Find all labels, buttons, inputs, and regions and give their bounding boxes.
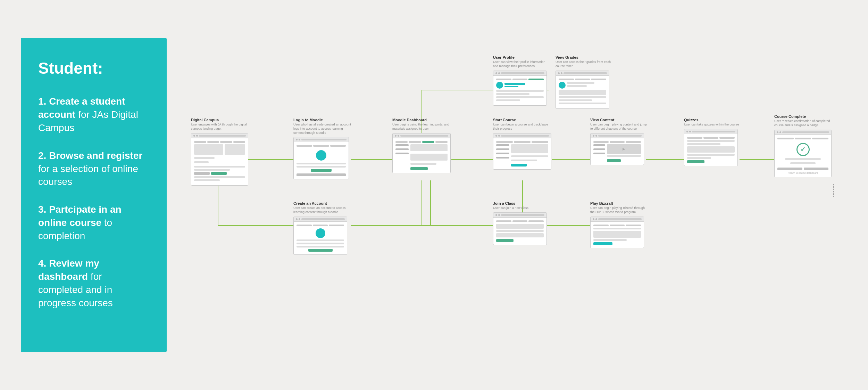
node-create-account: Create an Account User can create an acc…: [293, 201, 351, 254]
node-digital-campus: Digital Campus User engages with JA thro…: [191, 118, 252, 185]
node-start-course: Start Course User can begin a course and…: [493, 118, 554, 169]
node-play-bizcraft: Play Bizcraft User can begin playing Biz…: [590, 201, 648, 248]
node-quizzes: Quizzes User can take quizzes within the…: [684, 118, 741, 166]
node-join-class: Join a Class User can join a new class: [493, 201, 550, 245]
node-view-content: View Content User can begin playing cont…: [590, 118, 648, 165]
node-moodle-dashboard: Moodle Dashboard User begins using the l…: [392, 118, 453, 173]
node-login-moodle: Login to Moodle User who has already cre…: [293, 118, 352, 179]
panel-title: Student:: [38, 59, 149, 78]
node-view-grades: View Grades User can access their grades…: [556, 55, 613, 108]
page-wrapper: Student: 1. Create a student account for…: [21, 38, 847, 352]
node-course-complete: Course Complete User receives confirmati…: [774, 114, 835, 177]
step-2: 2. Browse and register for a selection o…: [38, 149, 149, 188]
node-user-profile: User Profile User can view their profile…: [493, 55, 550, 105]
step-4: 4. Review my dashboard for completed and…: [38, 257, 149, 309]
left-panel: Student: 1. Create a student account for…: [21, 38, 167, 352]
flow-area: Digital Campus User engages with JA thro…: [187, 38, 847, 316]
step-3: 3. Partcipate in an online course to com…: [38, 203, 149, 242]
step-1: 1. Create a student account for JAs Digi…: [38, 95, 149, 134]
